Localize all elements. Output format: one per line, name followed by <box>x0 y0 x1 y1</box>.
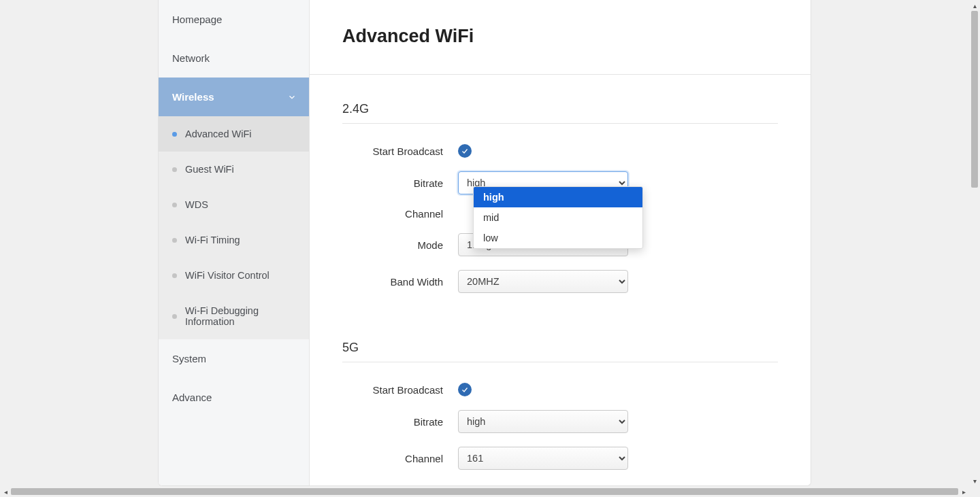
main-content: Advanced WiFi 2.4G Start Broadcast Bitra… <box>310 0 811 485</box>
sidebar-sub-label: WiFi Visitor Control <box>185 270 270 281</box>
chevron-down-icon <box>287 92 297 102</box>
section-title-2-4g: 2.4G <box>342 102 778 124</box>
row-24g-bandwidth: Band Width 20MHZ <box>342 270 778 293</box>
vertical-scrollbar[interactable]: ▴ ▾ <box>969 0 980 486</box>
label-bitrate-5g: Bitrate <box>342 416 458 428</box>
sidebar-sub-label: Advanced WiFi <box>185 128 252 139</box>
label-start-broadcast: Start Broadcast <box>342 145 458 157</box>
sidebar-item-wireless[interactable]: Wireless <box>159 78 309 116</box>
check-icon <box>461 385 469 394</box>
sidebar-item-homepage[interactable]: Homepage <box>159 0 309 39</box>
bullet-icon <box>172 238 177 243</box>
start-broadcast-toggle-5g[interactable] <box>458 383 472 396</box>
row-5g-bitrate: Bitrate high <box>342 410 778 433</box>
row-5g-channel: Channel 161 <box>342 447 778 470</box>
row-5g-start-broadcast: Start Broadcast <box>342 383 778 396</box>
sidebar: Homepage Network Wireless Advanced WiFi … <box>159 0 310 485</box>
bullet-icon <box>172 132 177 137</box>
bitrate-select-5g[interactable]: high <box>458 410 628 433</box>
label-channel-5g: Channel <box>342 453 458 464</box>
sidebar-item-system[interactable]: System <box>159 339 309 378</box>
divider <box>310 74 811 75</box>
sidebar-sub-label: Guest WiFi <box>185 164 234 175</box>
bullet-icon <box>172 203 177 207</box>
channel-select-5g[interactable]: 161 <box>458 447 628 470</box>
horizontal-scrollbar[interactable]: ◂ ▸ <box>0 486 969 497</box>
sidebar-sub-wifi-debugging-info[interactable]: Wi-Fi Debugging Information <box>159 293 309 339</box>
label-bitrate: Bitrate <box>342 177 458 189</box>
sidebar-item-label: Wireless <box>172 91 214 103</box>
row-24g-start-broadcast: Start Broadcast <box>342 144 778 158</box>
sidebar-sub-label: Wi-Fi Timing <box>185 235 240 245</box>
label-mode: Mode <box>342 239 458 251</box>
start-broadcast-toggle-24g[interactable] <box>458 144 472 158</box>
label-bandwidth: Band Width <box>342 276 458 288</box>
page-title: Advanced WiFi <box>342 26 778 47</box>
sidebar-sub-label: WDS <box>185 199 208 210</box>
bitrate-dropdown-24g: high mid low <box>473 186 643 249</box>
sidebar-sub-guest-wifi[interactable]: Guest WiFi <box>159 152 309 187</box>
sidebar-item-network[interactable]: Network <box>159 39 309 78</box>
section-title-5g: 5G <box>342 341 778 362</box>
sidebar-sub-wifi-visitor-control[interactable]: WiFi Visitor Control <box>159 258 309 293</box>
bandwidth-select-24g[interactable]: 20MHZ <box>458 270 628 293</box>
horizontal-scroll-thumb[interactable] <box>11 488 958 495</box>
label-start-broadcast-5g: Start Broadcast <box>342 384 458 396</box>
bullet-icon <box>172 273 177 278</box>
sidebar-item-advance[interactable]: Advance <box>159 378 309 417</box>
bitrate-option-high[interactable]: high <box>474 187 642 207</box>
sidebar-sub-label: Wi-Fi Debugging Information <box>185 305 302 327</box>
scroll-right-arrow-icon[interactable]: ▸ <box>958 486 969 497</box>
bitrate-option-mid[interactable]: mid <box>474 207 642 228</box>
bitrate-option-low[interactable]: low <box>474 228 642 248</box>
scroll-left-arrow-icon[interactable]: ◂ <box>0 486 11 497</box>
bullet-icon <box>172 167 177 172</box>
scroll-down-arrow-icon[interactable]: ▾ <box>969 475 980 486</box>
check-icon <box>461 147 469 155</box>
vertical-scroll-thumb[interactable] <box>971 11 978 188</box>
bullet-icon <box>172 314 177 319</box>
settings-panel: Homepage Network Wireless Advanced WiFi … <box>158 0 811 486</box>
sidebar-sub-wifi-timing[interactable]: Wi-Fi Timing <box>159 222 309 258</box>
sidebar-sub-advanced-wifi[interactable]: Advanced WiFi <box>159 116 309 152</box>
sidebar-sub-wds[interactable]: WDS <box>159 187 309 222</box>
scroll-up-arrow-icon[interactable]: ▴ <box>969 0 980 11</box>
label-channel: Channel <box>342 208 458 220</box>
section-5g: 5G Start Broadcast Bitrate high Channel … <box>342 341 778 470</box>
